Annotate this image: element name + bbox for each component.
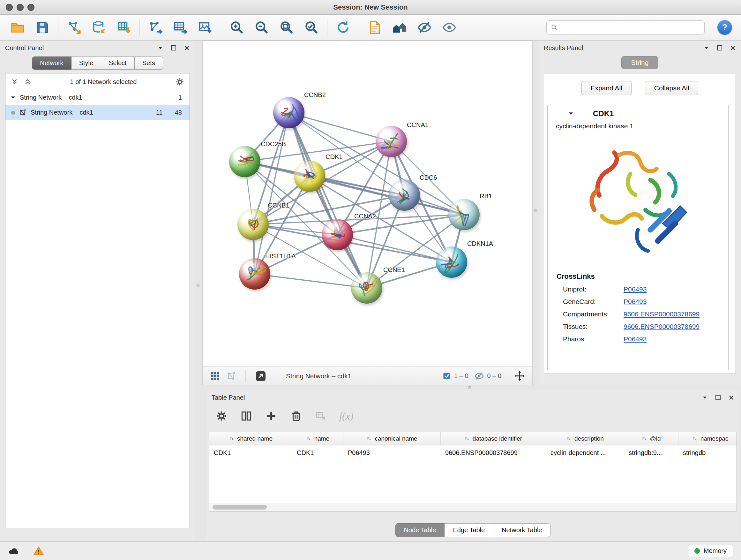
panel-menu-caret-icon[interactable]: [702, 395, 708, 401]
import-network-from-database-button[interactable]: [90, 19, 108, 36]
close-panel-icon[interactable]: [730, 45, 736, 51]
crosslink-value-link[interactable]: P06493: [623, 335, 647, 343]
table-horizontal-scrollbar[interactable]: [209, 503, 737, 511]
network-node-rb1[interactable]: [448, 199, 480, 230]
close-panel-icon[interactable]: [728, 395, 734, 401]
warning-icon[interactable]: [33, 546, 44, 557]
import-network-from-file-button[interactable]: [65, 19, 83, 36]
export-table-button[interactable]: [172, 19, 189, 36]
tab-select[interactable]: Select: [101, 57, 135, 70]
network-node-hist1h1a[interactable]: [239, 258, 270, 290]
export-table-icon: [173, 20, 188, 35]
cloud-icon[interactable]: [8, 545, 19, 557]
expand-all-networks-icon[interactable]: [23, 78, 31, 86]
crosslink-value-link[interactable]: 9606.ENSP00000378699: [623, 323, 699, 330]
column-label: name: [314, 435, 330, 442]
network-node-ccna2[interactable]: [322, 219, 353, 250]
float-panel-icon[interactable]: [171, 45, 176, 51]
expand-all-button[interactable]: Expand All: [582, 81, 631, 95]
zoom-selected-button[interactable]: [303, 19, 320, 36]
network-collection-row[interactable]: String Network – cdk1 1: [5, 90, 190, 105]
network-node-cdc25b[interactable]: [229, 146, 260, 177]
close-panel-icon[interactable]: [184, 45, 190, 51]
scrollbar-thumb[interactable]: [212, 505, 267, 509]
node-label-ccna2: CCNA2: [354, 212, 376, 220]
tab-sets[interactable]: Sets: [135, 57, 163, 70]
network-node-ccne1[interactable]: [351, 272, 382, 304]
search-box[interactable]: [546, 20, 704, 35]
search-icon: [550, 23, 558, 31]
create-column-icon[interactable]: [265, 410, 277, 422]
network-node-cdk1[interactable]: [294, 161, 325, 192]
zoom-fit-button[interactable]: [278, 19, 295, 36]
column-header-namespac[interactable]: namespac: [678, 432, 737, 445]
zoom-out-button[interactable]: [253, 19, 270, 36]
network-row-selected[interactable]: String Network – cdk1 11 48: [5, 105, 190, 120]
pan-move-icon[interactable]: [514, 370, 525, 381]
tab-node-table[interactable]: Node Table: [395, 523, 445, 537]
column-header-shared-name[interactable]: shared name: [209, 432, 292, 445]
clipboard-document-button[interactable]: [366, 19, 383, 36]
horizontal-splitter-grip[interactable]: [468, 386, 471, 389]
column-header-database-identifier[interactable]: database identifier: [441, 432, 546, 445]
column-header-description[interactable]: description: [546, 432, 624, 445]
network-node-ccnb2[interactable]: [273, 97, 305, 128]
zoom-window-button[interactable]: [27, 4, 35, 11]
table-options-gear-icon[interactable]: [215, 410, 227, 422]
network-node-ccnb1[interactable]: [238, 209, 269, 240]
crosslink-value-link[interactable]: P06493: [623, 298, 647, 306]
table-panel-title: Table Panel: [212, 394, 245, 401]
export-network-button[interactable]: [147, 19, 164, 36]
minimize-window-button[interactable]: [17, 4, 23, 11]
zoom-in-button[interactable]: [228, 19, 246, 36]
panel-menu-caret-icon[interactable]: [157, 45, 163, 51]
tab-string[interactable]: String: [621, 56, 659, 69]
tab-style[interactable]: Style: [71, 57, 101, 70]
float-panel-icon[interactable]: [716, 395, 721, 400]
vertical-splitter-grip[interactable]: [197, 284, 199, 287]
export-image-button[interactable]: [197, 19, 214, 36]
column-header-name[interactable]: name: [292, 432, 343, 445]
vertical-splitter-grip[interactable]: [534, 209, 537, 212]
sort-icon: [464, 436, 470, 442]
network-overview-icon[interactable]: [226, 371, 237, 381]
show-graphics-details-button[interactable]: [441, 19, 458, 36]
section-caret-icon[interactable]: [567, 110, 575, 117]
close-window-button[interactable]: [6, 4, 13, 11]
import-table-from-file-button[interactable]: [115, 19, 132, 36]
collapse-all-button[interactable]: Collapse All: [645, 81, 698, 95]
panel-menu-caret-icon[interactable]: [703, 45, 710, 51]
hide-graphics-details-button[interactable]: [416, 19, 433, 36]
show-columns-icon[interactable]: [240, 410, 253, 422]
crosslink-value-link[interactable]: 9606.ENSP00000378699: [623, 310, 699, 318]
collection-caret-icon[interactable]: [10, 95, 16, 101]
network-node-ccna1[interactable]: [376, 126, 407, 157]
float-panel-icon[interactable]: [717, 45, 722, 51]
hidden-eye-off-icon[interactable]: [474, 371, 484, 381]
network-node-cdkn1a[interactable]: [436, 246, 467, 278]
column-header--id[interactable]: @id: [624, 432, 678, 445]
delete-column-icon[interactable]: [290, 410, 302, 422]
birds-eye-view-icon[interactable]: [210, 371, 220, 381]
tab-network[interactable]: Network: [32, 57, 71, 70]
string-home-button[interactable]: [391, 19, 408, 36]
control-panel-tabs: NetworkStyleSelectSets: [0, 57, 195, 70]
tab-edge-table[interactable]: Edge Table: [445, 523, 493, 537]
network-canvas[interactable]: CCNB2CCNA1CDC25BCDK1CDC6RB1CCNB1CCNA2CDK…: [203, 41, 532, 367]
help-button[interactable]: ?: [718, 20, 732, 35]
table-row[interactable]: CDK1CDK1P064939606.ENSP00000378699cyclin…: [209, 445, 737, 460]
detach-view-icon[interactable]: [255, 370, 267, 382]
collapse-all-networks-icon[interactable]: [10, 78, 18, 86]
refresh-network-button[interactable]: [334, 19, 352, 36]
tab-network-table[interactable]: Network Table: [493, 523, 550, 537]
network-selection-status: 1 of 1 Network selected: [37, 78, 170, 85]
crosslink-value-link[interactable]: P06493: [623, 286, 647, 293]
save-session-button[interactable]: [34, 19, 51, 36]
network-options-gear-icon[interactable]: [175, 77, 185, 86]
search-input[interactable]: [561, 24, 700, 31]
column-header-canonical-name[interactable]: canonical name: [343, 432, 441, 445]
network-node-cdc6[interactable]: [389, 179, 420, 211]
selected-checkbox-icon[interactable]: [442, 372, 451, 380]
open-session-button[interactable]: [9, 19, 26, 36]
memory-button[interactable]: Memory: [688, 545, 733, 557]
